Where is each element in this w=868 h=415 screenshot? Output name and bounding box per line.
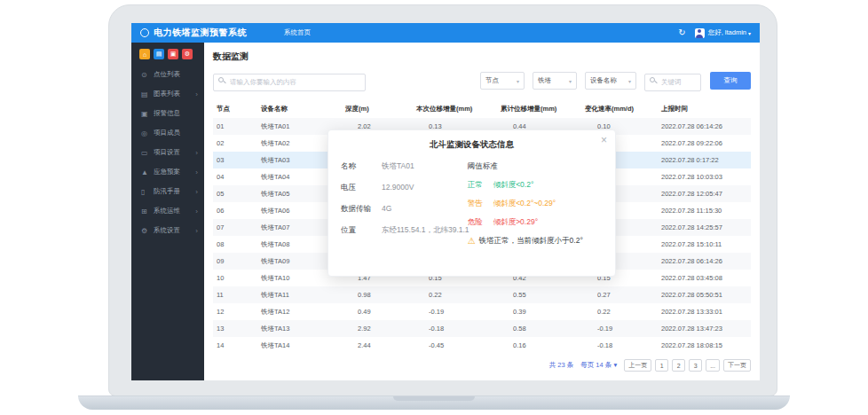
- close-icon[interactable]: ×: [601, 135, 607, 145]
- quick-icon-red-1[interactable]: ▣: [168, 49, 178, 59]
- column-header: 累计位移增量(mm): [497, 100, 581, 118]
- sidebar-item-项目成员[interactable]: ◎项目成员: [131, 123, 204, 143]
- column-header: 深度(m): [342, 100, 413, 118]
- table-cell: 12: [213, 303, 257, 320]
- quick-icon-red-2[interactable]: ⚙: [182, 49, 193, 59]
- field-value: 东经115.54.1，北纬39.1.1: [382, 225, 470, 236]
- page-button-2[interactable]: 2: [672, 359, 685, 372]
- sidebar-item-icon: ◎: [141, 129, 149, 137]
- table-cell: 2022.07.28 13:47:23: [658, 320, 751, 337]
- chevron-down-icon: ▾: [613, 361, 617, 369]
- chevron-right-icon: ›: [195, 227, 198, 235]
- table-cell: 02: [213, 135, 257, 152]
- threshold-level: 警告: [468, 199, 483, 209]
- table-cell: 01: [213, 118, 257, 135]
- user-avatar[interactable]: [695, 28, 705, 38]
- app-title: 电力铁塔监测预警系统: [154, 27, 247, 39]
- search-icon: [218, 77, 224, 82]
- modal-field: 名称铁塔TA01: [341, 161, 464, 172]
- laptop-bezel: 电力铁塔监测预警系统 系统首页 ↻ 您好, ltadmin ▾ ⌂▤▣⚙ ⊙点位…: [108, 4, 777, 396]
- modal-field: 电压12.9000V: [341, 183, 464, 193]
- nav-home-link[interactable]: 系统首页: [284, 28, 311, 37]
- user-greeting[interactable]: 您好, ltadmin: [708, 28, 746, 37]
- table-cell: 2022.07.28 18:08:15: [658, 337, 751, 354]
- sidebar-item-系统设置[interactable]: ⚙系统设置›: [131, 221, 204, 240]
- page-button-1[interactable]: 1: [655, 359, 668, 372]
- sidebar-item-项目设置[interactable]: ▭项目设置›: [131, 143, 204, 162]
- quick-icon-orange[interactable]: ⌂: [139, 49, 150, 59]
- column-header: 变化速率(mm/d): [581, 100, 658, 118]
- page-title: 数据监测: [213, 51, 751, 63]
- modal-title: 北斗监测设备状态信息: [341, 139, 603, 151]
- chevron-down-icon: ▾: [628, 78, 631, 84]
- device-name-select[interactable]: 设备名称 ▾: [585, 72, 636, 90]
- table-cell: 06: [213, 202, 257, 219]
- pagination: 共 23 条 每页 14 条 ▾ 上一页 123 ... 下一页: [213, 359, 751, 372]
- table-cell: 2022.07.28 14:25:57: [658, 219, 751, 236]
- user-menu-caret-icon[interactable]: ▾: [748, 30, 751, 36]
- ellipsis-button[interactable]: ...: [706, 359, 720, 372]
- node-select[interactable]: 节点 ▾: [480, 72, 525, 90]
- table-cell: -0.19: [413, 303, 497, 320]
- sidebar-item-icon: ▤: [141, 90, 149, 98]
- next-page-button[interactable]: 下一页: [723, 359, 751, 372]
- chevron-down-icon: ▾: [517, 78, 519, 84]
- laptop-hinge-notch: [393, 396, 475, 401]
- table-header-row: 节点设备名称深度(m)本次位移增量(mm)累计位移增量(mm)变化速率(mm/d…: [213, 100, 751, 118]
- sidebar-item-点位列表[interactable]: ⊙点位列表: [131, 65, 204, 84]
- sidebar-item-图表列表[interactable]: ▤图表列表›: [131, 84, 204, 104]
- chevron-right-icon: ›: [195, 149, 198, 157]
- page-button-3[interactable]: 3: [689, 359, 702, 372]
- table-cell: 2022.07.28 09:22:06: [658, 135, 751, 152]
- table-row[interactable]: 11铁塔TA110.980.220.550.272022.07.28 05:50…: [213, 286, 751, 303]
- sidebar-item-label: 点位列表: [154, 70, 180, 79]
- table-row[interactable]: 12铁塔TA120.49-0.190.390.222022.07.28 13:3…: [213, 303, 751, 320]
- main-search-field[interactable]: [213, 72, 366, 90]
- chevron-right-icon: ›: [195, 208, 198, 215]
- search-input[interactable]: [213, 74, 366, 91]
- threshold-level: 正常: [468, 180, 483, 191]
- table-cell: -0.18: [413, 320, 497, 337]
- sidebar-item-icon: ▲: [141, 168, 149, 176]
- table-cell: 2022.07.28 06:14:26: [658, 118, 751, 135]
- field-label: 名称: [341, 161, 382, 172]
- quick-icon-blue[interactable]: ▤: [154, 49, 164, 59]
- table-row[interactable]: 13铁塔TA132.92-0.180.58-0.192022.07.28 13:…: [213, 320, 751, 337]
- modal-thresholds: 阈值标准 正常倾斜度<0.2°警告倾斜度<0.2°~0.29°危险倾斜度>0.2…: [464, 161, 603, 247]
- column-header: 设备名称: [257, 100, 342, 118]
- field-label: 电压: [341, 183, 382, 193]
- table-row[interactable]: 14铁塔TA142.44-0.450.16-0.182022.07.28 18:…: [213, 337, 751, 354]
- pagination-per-page[interactable]: 每页 14 条 ▾: [580, 361, 617, 370]
- tower-select[interactable]: 铁塔 ▾: [533, 72, 577, 90]
- status-line: ⚠ 铁塔正常，当前倾斜度小于0.2°: [468, 236, 603, 247]
- table-cell: 2022.07.28 15:10:11: [658, 236, 751, 253]
- column-header: 上报时间: [658, 100, 751, 118]
- table-cell: 0.27: [581, 286, 658, 303]
- column-header: 本次位移增量(mm): [413, 100, 497, 118]
- prev-page-button[interactable]: 上一页: [624, 359, 651, 372]
- sidebar-item-系统运维[interactable]: ⊞系统运维›: [131, 201, 204, 221]
- table-cell: 2.92: [342, 320, 413, 337]
- keyword-field[interactable]: [644, 72, 701, 90]
- page-background: 电力铁塔监测预警系统 系统首页 ↻ 您好, ltadmin ▾ ⌂▤▣⚙ ⊙点位…: [0, 0, 868, 415]
- chevron-right-icon: ›: [195, 168, 198, 176]
- tower-select-value: 铁塔: [538, 76, 551, 85]
- filter-bar: 节点 ▾ 铁塔 ▾ 设备名称 ▾: [213, 72, 751, 90]
- table-cell: 2022.07.28 06:14:26: [658, 253, 751, 270]
- sidebar-item-报警信息[interactable]: ▣报警信息: [131, 104, 204, 123]
- refresh-icon[interactable]: ↻: [678, 28, 685, 37]
- table-cell: 0.98: [342, 286, 413, 303]
- table-cell: 铁塔TA12: [257, 303, 342, 320]
- sidebar-item-label: 系统运维: [154, 207, 180, 215]
- sidebar-item-应急预案[interactable]: ▲应急预案›: [131, 162, 204, 182]
- sidebar-item-防汛手册[interactable]: ▯防汛手册›: [131, 182, 204, 201]
- table-cell: 2022.07.28 13:33:01: [658, 303, 751, 320]
- threshold-rule: 倾斜度>0.29°: [493, 217, 538, 228]
- sidebar-item-icon: ▣: [141, 110, 149, 118]
- sidebar-item-icon: ▯: [141, 188, 149, 196]
- query-button[interactable]: 查询: [710, 72, 751, 90]
- sidebar-item-icon: ⊙: [141, 71, 149, 79]
- table-cell: 07: [213, 219, 257, 236]
- sidebar-item-label: 防汛手册: [154, 187, 180, 196]
- table-cell: 2022.07.28 03:45:08: [658, 270, 751, 286]
